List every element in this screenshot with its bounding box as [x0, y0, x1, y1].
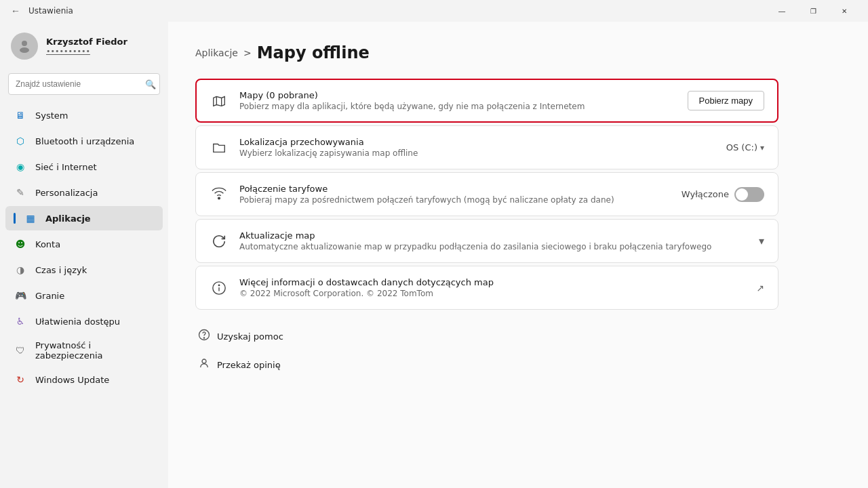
item-text-updates: Aktualizacje map Automatyczne aktualizow…: [239, 230, 748, 251]
search-input[interactable]: [8, 73, 160, 95]
item-text-storage-location: Lokalizacja przechowywania Wybierz lokal…: [239, 137, 715, 158]
breadcrumb-current: Mapy offline: [257, 43, 370, 62]
nav-label-accessibility: Ułatwienia dostępu: [35, 317, 120, 327]
dropdown-storage-location[interactable]: OS (C:) ▾: [726, 142, 764, 152]
chevron-down-icon: ▾: [760, 143, 764, 152]
control-button-download-maps[interactable]: Pobierz mapy: [688, 91, 764, 110]
nav-icon-time: ◑: [14, 263, 27, 277]
bottom-link-label-help: Uzyskaj pomoc: [217, 331, 283, 342]
item-icon-storage-location: [210, 138, 229, 157]
item-text-download-maps: Mapy (0 pobrane) Pobierz mapy dla aplika…: [239, 90, 677, 111]
titlebar: ← Ustawienia — ❐ ✕: [0, 0, 868, 22]
nav-item-network[interactable]: ◉Sieć i Internet: [5, 155, 163, 179]
settings-item-more-info: Więcej informacji o dostawcach danych do…: [195, 266, 778, 310]
back-button[interactable]: ←: [8, 3, 23, 19]
nav-icon-privacy: 🛡: [14, 344, 27, 357]
item-desc-metered: Pobieraj mapy za pośrednictwem połączeń …: [239, 195, 671, 205]
sidebar: Krzysztof Fiedor •••••••••• 🔍 🖥System⬡Bl…: [0, 22, 168, 488]
nav-label-privacy: Prywatność i zabezpieczenia: [35, 340, 155, 361]
item-title-metered: Połączenie taryfowe: [239, 184, 671, 194]
active-indicator: [14, 213, 16, 224]
item-control-metered: Wyłączone: [682, 187, 764, 202]
nav-icon-accessibility: ♿: [14, 314, 27, 328]
maximize-button[interactable]: ❐: [797, 0, 829, 22]
item-control-storage-location: OS (C:) ▾: [726, 142, 764, 152]
nav-item-personalization[interactable]: ✎Personalizacja: [5, 180, 163, 205]
settings-item-metered: Połączenie taryfowe Pobieraj mapy za poś…: [195, 172, 778, 216]
item-desc-download-maps: Pobierz mapy dla aplikacji, które będą u…: [239, 102, 677, 111]
nav-label-update: Windows Update: [35, 375, 109, 385]
nav-item-accounts[interactable]: ☻Konta: [5, 232, 163, 256]
settings-item-storage-location: Lokalizacja przechowywania Wybierz lokal…: [195, 125, 778, 169]
svg-point-0: [22, 41, 27, 46]
settings-item-updates: Aktualizacje map Automatyczne aktualizow…: [195, 219, 778, 263]
item-control-updates: ▾: [759, 235, 764, 247]
bottom-links: Uzyskaj pomoc Przekaż opinię: [195, 323, 841, 378]
user-subtitle[interactable]: ••••••••••: [46, 47, 127, 56]
item-title-more-info: Więcej informacji o dostawcach danych do…: [239, 277, 745, 287]
nav-icon-network: ◉: [14, 160, 27, 174]
nav-item-gaming[interactable]: 🎮Granie: [5, 283, 163, 308]
dropdown-label-storage-location: OS (C:): [726, 142, 757, 152]
titlebar-left: ← Ustawienia: [8, 3, 73, 19]
nav-icon-accounts: ☻: [14, 237, 27, 251]
search-icon[interactable]: 🔍: [145, 79, 156, 89]
nav-label-personalization: Personalizacja: [35, 188, 98, 198]
titlebar-controls: — ❐ ✕: [766, 0, 860, 22]
bottom-link-label-feedback: Przekaż opinię: [217, 360, 281, 370]
user-section: Krzysztof Fiedor ••••••••••: [0, 22, 168, 73]
nav-item-update[interactable]: ↻Windows Update: [5, 367, 163, 392]
item-control-download-maps: Pobierz mapy: [688, 91, 764, 110]
item-desc-updates: Automatyczne aktualizowanie map w przypa…: [239, 242, 748, 251]
titlebar-title: Ustawienia: [28, 6, 73, 16]
nav-label-system: System: [35, 110, 68, 121]
nav-item-accessibility[interactable]: ♿Ułatwienia dostępu: [5, 309, 163, 333]
item-title-download-maps: Mapy (0 pobrane): [239, 90, 677, 100]
content-area: Aplikacje > Mapy offline Mapy (0 pobrane…: [168, 22, 868, 488]
nav-label-apps: Aplikacje: [45, 214, 91, 224]
nav-label-accounts: Konta: [35, 239, 60, 249]
svg-point-7: [218, 285, 219, 285]
nav-icon-apps: ▦: [24, 211, 37, 225]
app-container: Krzysztof Fiedor •••••••••• 🔍 🖥System⬡Bl…: [0, 22, 868, 488]
nav-item-system[interactable]: 🖥System: [5, 103, 163, 127]
toggle-label-metered: Wyłączone: [682, 189, 729, 199]
bottom-link-feedback[interactable]: Przekaż opinię: [195, 352, 283, 378]
item-text-more-info: Więcej informacji o dostawcach danych do…: [239, 277, 745, 298]
bottom-link-icon-help: [198, 329, 210, 344]
nav-icon-update: ↻: [14, 373, 27, 386]
item-desc-storage-location: Wybierz lokalizację zapisywania map offl…: [239, 148, 715, 158]
svg-point-4: [218, 197, 220, 199]
breadcrumb-separator: >: [243, 47, 252, 58]
nav-label-time: Czas i język: [35, 265, 87, 275]
nav-items: 🖥System⬡Bluetooth i urządzenia◉Sieć i In…: [0, 103, 168, 392]
item-desc-more-info: © 2022 Microsoft Corporation. © 2022 Tom…: [239, 289, 745, 298]
settings-item-download-maps: Mapy (0 pobrane) Pobierz mapy dla aplika…: [195, 79, 778, 123]
bottom-link-icon-feedback: [198, 357, 210, 372]
item-text-metered: Połączenie taryfowe Pobieraj mapy za poś…: [239, 184, 671, 205]
avatar: [11, 33, 38, 60]
item-title-updates: Aktualizacje map: [239, 230, 748, 241]
nav-icon-bluetooth: ⬡: [14, 134, 27, 148]
nav-item-time[interactable]: ◑Czas i język: [5, 258, 163, 282]
nav-icon-system: 🖥: [14, 108, 27, 122]
nav-label-gaming: Granie: [35, 291, 64, 301]
nav-item-privacy[interactable]: 🛡Prywatność i zabezpieczenia: [5, 335, 163, 366]
item-title-storage-location: Lokalizacja przechowywania: [239, 137, 715, 147]
chevron-down-icon: ▾: [759, 235, 764, 247]
close-button[interactable]: ✕: [829, 0, 860, 22]
svg-point-1: [20, 47, 29, 53]
settings-list: Mapy (0 pobrane) Pobierz mapy dla aplika…: [195, 79, 778, 310]
bottom-link-help[interactable]: Uzyskaj pomoc: [195, 323, 286, 349]
nav-item-apps[interactable]: ▦Aplikacje: [5, 206, 163, 230]
item-control-more-info: ↗: [756, 283, 764, 293]
item-icon-more-info: [210, 279, 229, 298]
item-icon-download-maps: [210, 92, 229, 110]
toggle-metered[interactable]: [734, 187, 764, 202]
breadcrumb-parent[interactable]: Aplikacje: [195, 47, 238, 58]
nav-item-bluetooth[interactable]: ⬡Bluetooth i urządzenia: [5, 129, 163, 153]
nav-label-network: Sieć i Internet: [35, 162, 97, 172]
nav-label-bluetooth: Bluetooth i urządzenia: [35, 136, 134, 146]
external-link-icon[interactable]: ↗: [756, 283, 764, 293]
minimize-button[interactable]: —: [766, 0, 797, 22]
